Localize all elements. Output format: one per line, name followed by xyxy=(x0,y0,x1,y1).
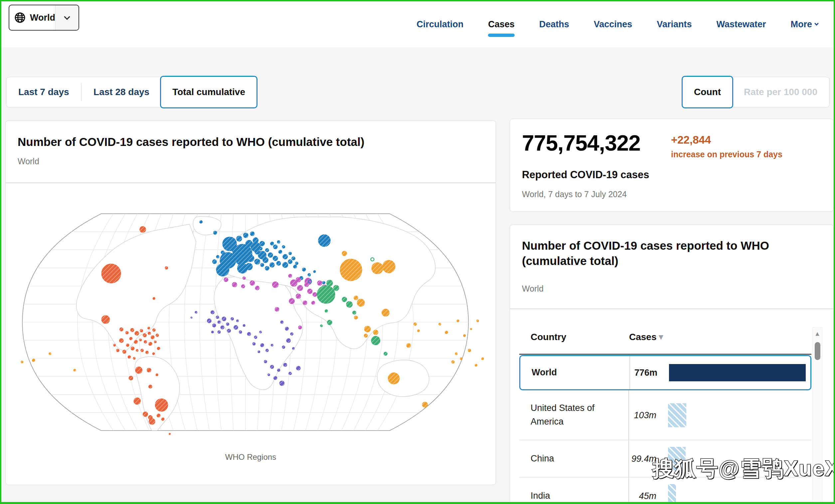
chevron-down-icon xyxy=(64,14,70,20)
nav-item-label: More xyxy=(790,19,812,29)
time-tab-total-cumulative[interactable]: Total cumulative xyxy=(160,76,258,108)
page: World CirculationCasesDeathsVaccinesVari… xyxy=(0,0,835,504)
time-tab-last-28-days[interactable]: Last 28 days xyxy=(82,77,161,107)
region-selector[interactable]: World xyxy=(9,5,79,30)
globe-icon xyxy=(14,12,26,24)
total-cases-value: 775,754,322 xyxy=(522,130,640,155)
cases-delta-value: +22,844 xyxy=(671,134,711,146)
stats-card: 775,754,322 +22,844 increase on previous… xyxy=(510,119,834,212)
column-header-cases[interactable]: Cases xyxy=(629,332,657,342)
nav-item-wastewater[interactable]: Wastewater xyxy=(716,17,767,31)
watermark-text: 搜狐号@雪鸮XueXiao xyxy=(653,454,835,483)
region-selector-label: World xyxy=(30,13,55,23)
divider xyxy=(510,309,833,309)
time-range-tabs: Last 7 daysLast 28 daysTotal cumulative xyxy=(6,77,257,107)
map-card: Number of COVID-19 cases reported to WHO… xyxy=(5,120,496,485)
stats-scope-label: World, 7 days to 7 July 2024 xyxy=(522,189,627,199)
nav-item-vaccines[interactable]: Vaccines xyxy=(593,17,633,31)
cases-value: 103m xyxy=(579,410,656,420)
cases-bar xyxy=(668,484,676,504)
cases-delta-caption: increase on previous 7 days xyxy=(671,150,782,159)
cases-value: 99.4m xyxy=(579,454,656,464)
table-card-subtitle: World xyxy=(522,284,544,294)
region-selector-expand[interactable] xyxy=(55,5,79,30)
metric-tab-rate-per-100-000[interactable]: Rate per 100 000 xyxy=(732,77,829,107)
nav-item-label: Vaccines xyxy=(594,19,632,29)
nav-item-label: Cases xyxy=(488,19,515,29)
column-header-country: Country xyxy=(531,332,566,342)
nav-item-more[interactable]: More xyxy=(790,17,819,31)
cases-bar xyxy=(669,364,806,381)
world-bubble-map[interactable] xyxy=(12,204,489,441)
metric-tab-count[interactable]: Count xyxy=(681,76,733,108)
main-nav: CirculationCasesDeathsVaccinesVariantsWa… xyxy=(416,1,819,47)
table-card-title: Number of COVID-19 cases reported to WHO… xyxy=(522,238,815,269)
time-tab-last-7-days[interactable]: Last 7 days xyxy=(6,77,81,107)
divider xyxy=(6,183,496,183)
nav-item-label: Deaths xyxy=(539,19,569,29)
cases-value: 776m xyxy=(580,368,657,378)
table-header-separator xyxy=(519,354,811,355)
top-header: World CirculationCasesDeathsVaccinesVari… xyxy=(1,1,834,47)
nav-item-label: Variants xyxy=(657,19,692,29)
map-legend-label: WHO Regions xyxy=(6,453,496,462)
chevron-down-icon xyxy=(814,21,819,26)
scrollbar-up-icon[interactable]: ▲ xyxy=(813,330,822,337)
nav-item-deaths[interactable]: Deaths xyxy=(538,17,570,31)
scrollbar-thumb[interactable] xyxy=(815,342,820,360)
sort-descending-icon[interactable]: ▼ xyxy=(657,333,665,342)
nav-item-variants[interactable]: Variants xyxy=(656,17,692,31)
map-card-subtitle: World xyxy=(18,156,39,166)
table-row-united-states-of-america[interactable]: United States of America103m xyxy=(519,390,811,440)
nav-item-label: Circulation xyxy=(416,19,463,29)
nav-item-circulation[interactable]: Circulation xyxy=(416,17,464,31)
cases-bar xyxy=(668,403,686,427)
table-row-world[interactable]: World776m xyxy=(519,355,811,390)
nav-item-cases[interactable]: Cases xyxy=(487,17,515,31)
nav-item-label: Wastewater xyxy=(716,19,766,29)
metric-toggle: CountRate per 100 000 xyxy=(683,77,830,107)
map-card-title: Number of COVID-19 cases reported to WHO… xyxy=(18,135,364,149)
stats-metric-label: Reported COVID-19 cases xyxy=(522,169,649,181)
cases-value: 45m xyxy=(579,491,656,501)
